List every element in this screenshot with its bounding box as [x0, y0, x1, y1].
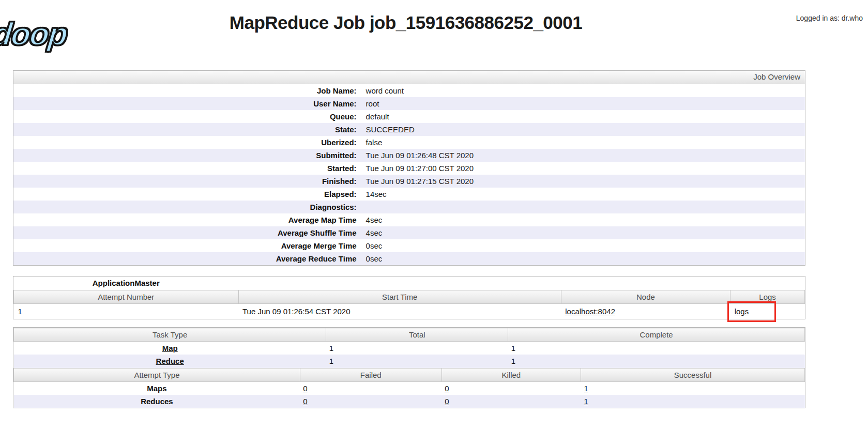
- task-row-reduce: Reduce 1 1: [14, 355, 805, 368]
- page-title: MapReduce Job job_1591636886252_0001: [0, 12, 812, 33]
- reduces-failed-link[interactable]: 0: [303, 397, 307, 406]
- table-row: User Name:root: [13, 97, 805, 110]
- logged-in-as: Logged in as: dr.who: [796, 14, 863, 22]
- row-label: Average Merge Time: [13, 239, 360, 252]
- maps-successful-link[interactable]: 1: [584, 384, 588, 393]
- reduce-complete-value: 1: [508, 355, 805, 368]
- map-total-value: 1: [326, 342, 508, 355]
- row-label: User Name:: [13, 97, 360, 110]
- column-header-logs: Logs: [730, 290, 805, 303]
- maps-killed-link[interactable]: 0: [445, 384, 449, 393]
- row-value: Tue Jun 09 01:27:15 CST 2020: [360, 175, 805, 188]
- column-header-successful: Successful: [581, 368, 804, 381]
- row-value: 4sec: [360, 213, 805, 226]
- row-label: Average Map Time: [13, 213, 360, 226]
- column-header-killed: Killed: [441, 368, 581, 381]
- row-value: SUCCEEDED: [360, 123, 805, 136]
- reduce-tasks-link[interactable]: Reduce: [156, 357, 184, 365]
- column-header-total: Total: [326, 328, 508, 342]
- table-row: Diagnostics:: [13, 201, 805, 213]
- reduces-label: Reduces: [14, 395, 300, 408]
- maps-label: Maps: [14, 381, 300, 395]
- row-label: Submitted:: [13, 149, 360, 162]
- row-label: Job Name:: [13, 84, 360, 97]
- attempt-number-value: 1: [14, 303, 239, 319]
- application-master-header-row: Attempt Number Start Time Node Logs: [14, 290, 805, 303]
- table-row: Started:Tue Jun 09 01:27:00 CST 2020: [13, 162, 805, 175]
- column-header-node: Node: [561, 290, 730, 303]
- application-master-row: 1 Tue Jun 09 01:26:54 CST 2020 localhost…: [14, 303, 805, 319]
- column-header-attempt-number: Attempt Number: [14, 290, 239, 303]
- row-value: [360, 201, 805, 213]
- table-row: Submitted:Tue Jun 09 01:26:48 CST 2020: [13, 149, 805, 162]
- table-row: Elapsed:14sec: [13, 188, 805, 201]
- column-header-complete: Complete: [508, 328, 805, 342]
- row-label: Elapsed:: [13, 188, 360, 201]
- column-header-failed: Failed: [300, 368, 441, 381]
- row-value: false: [360, 136, 805, 149]
- row-value: Tue Jun 09 01:27:00 CST 2020: [360, 162, 805, 175]
- attempt-row-maps: Maps 0 0 1: [14, 381, 805, 395]
- application-master-table: ApplicationMaster Attempt Number Start T…: [13, 277, 805, 319]
- application-master-panel: ApplicationMaster Attempt Number Start T…: [13, 276, 805, 319]
- map-complete-value: 1: [508, 342, 805, 355]
- tasks-table: Task Type Total Complete Map 1 1 Reduce …: [13, 328, 805, 368]
- row-value: default: [360, 110, 805, 123]
- job-overview-header: Job Overview: [13, 71, 805, 84]
- row-value: word count: [360, 84, 805, 97]
- reduces-successful-link[interactable]: 1: [584, 397, 588, 406]
- reduces-killed-link[interactable]: 0: [445, 397, 449, 406]
- reduce-total-value: 1: [326, 355, 508, 368]
- table-row: Queue:default: [13, 110, 805, 123]
- table-row: Average Map Time4sec: [13, 213, 805, 226]
- map-tasks-link[interactable]: Map: [162, 344, 178, 352]
- row-label: Uberized:: [13, 136, 360, 149]
- application-master-caption-row: ApplicationMaster: [14, 277, 805, 290]
- node-link[interactable]: localhost:8042: [565, 307, 615, 316]
- logs-link[interactable]: logs: [735, 307, 749, 316]
- job-overview-panel: Job Overview Job Name:word count User Na…: [13, 70, 805, 266]
- attempts-table: Attempt Type Failed Killed Successful Ma…: [13, 368, 805, 408]
- content-area: Job Overview Job Name:word count User Na…: [13, 70, 805, 408]
- row-value: 0sec: [360, 252, 805, 265]
- table-row: Average Reduce Time0sec: [13, 252, 805, 265]
- row-label: State:: [13, 123, 360, 136]
- tasks-header-row: Task Type Total Complete: [14, 328, 805, 342]
- table-row: Finished:Tue Jun 09 01:27:15 CST 2020: [13, 175, 805, 188]
- start-time-value: Tue Jun 09 01:26:54 CST 2020: [238, 303, 561, 319]
- column-header-attempt-type: Attempt Type: [14, 368, 300, 381]
- row-label: Started:: [13, 162, 360, 175]
- mapreduce-job-page: Logged in as: dr.who doop MapReduce Job …: [0, 12, 868, 430]
- task-row-map: Map 1 1: [14, 342, 805, 355]
- table-row: Uberized:false: [13, 136, 805, 149]
- row-value: Tue Jun 09 01:26:48 CST 2020: [360, 149, 805, 162]
- row-value: root: [360, 97, 805, 110]
- hadoop-logo[interactable]: doop: [0, 16, 69, 52]
- attempts-header-row: Attempt Type Failed Killed Successful: [14, 368, 805, 381]
- row-label: Finished:: [13, 175, 360, 188]
- row-label: Queue:: [13, 110, 360, 123]
- tasks-panel: Task Type Total Complete Map 1 1 Reduce …: [13, 327, 805, 408]
- row-label: Diagnostics:: [13, 201, 360, 213]
- application-master-caption: ApplicationMaster: [14, 277, 239, 290]
- column-header-start-time: Start Time: [238, 290, 561, 303]
- table-row: Job Name:word count: [13, 84, 805, 97]
- row-label: Average Reduce Time: [13, 252, 360, 265]
- maps-failed-link[interactable]: 0: [303, 384, 307, 393]
- table-row: State:SUCCEEDED: [13, 123, 805, 136]
- column-header-task-type: Task Type: [14, 328, 326, 342]
- job-overview-table: Job Name:word count User Name:root Queue…: [13, 84, 805, 265]
- row-label: Average Shuffle Time: [13, 226, 360, 239]
- attempt-row-reduces: Reduces 0 0 1: [14, 395, 805, 408]
- row-value: 14sec: [360, 188, 805, 201]
- table-row: Average Shuffle Time4sec: [13, 226, 805, 239]
- row-value: 0sec: [360, 239, 805, 252]
- table-row: Average Merge Time0sec: [13, 239, 805, 252]
- row-value: 4sec: [360, 226, 805, 239]
